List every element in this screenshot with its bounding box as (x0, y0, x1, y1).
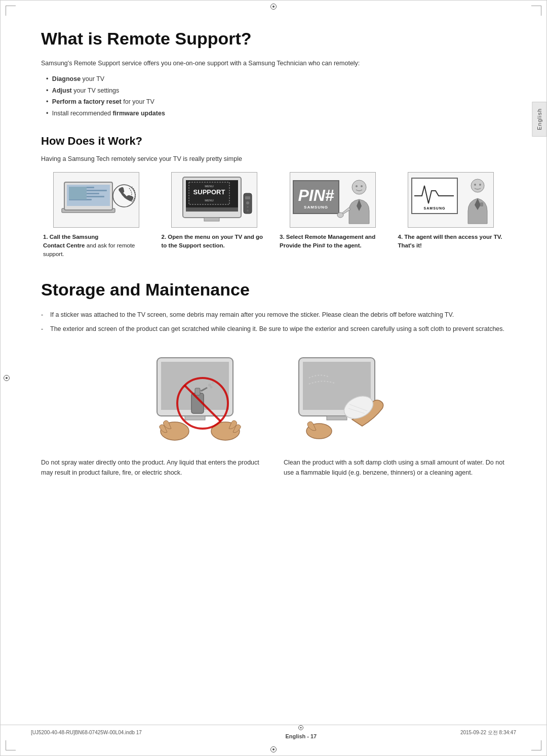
steps-row: 1. Call the Samsung Contact Centre and a… (41, 172, 506, 259)
no-spray-illustration (147, 348, 258, 446)
svg-point-45 (210, 386, 213, 388)
center-mark-top (270, 4, 277, 10)
step-4-image: SAMSUNG (408, 172, 494, 228)
corner-mark-bl (6, 740, 16, 750)
svg-point-20 (246, 201, 249, 204)
svg-text:SAMSUNG: SAMSUNG (423, 206, 445, 210)
step-3-image: PIN# SAMSUNG (290, 172, 376, 228)
bullet-firmware: Install recommended firmware updates (46, 109, 506, 118)
svg-point-26 (352, 180, 366, 194)
svg-rect-50 (327, 416, 347, 420)
svg-point-21 (247, 206, 249, 208)
svg-point-22 (247, 209, 249, 212)
corner-mark-br (531, 740, 541, 750)
maintenance-descs: Do not spray water directly onto the pro… (41, 457, 506, 478)
step-4-illustration: SAMSUNG (409, 173, 493, 226)
center-mark-left (4, 375, 10, 381)
step-3: PIN# SAMSUNG (278, 172, 388, 250)
svg-rect-13 (204, 218, 219, 221)
svg-point-32 (471, 179, 484, 192)
maintenance-image-2 (289, 346, 400, 447)
step-4: SAMSUNG 4. The agent will (396, 172, 506, 250)
svg-point-29 (337, 213, 343, 218)
maintenance-bullet-1: If a sticker was attached to the TV scre… (41, 310, 506, 320)
soft-cloth-illustration (289, 348, 400, 446)
maintenance-desc-right: Clean the product with a soft damp cloth… (284, 457, 506, 478)
language-tab: English (532, 102, 547, 137)
svg-point-27 (356, 185, 358, 187)
maintenance-images (41, 346, 506, 447)
page-footer: [UJ5200-40-48-RU]BN68-07425W-00L04.indb … (1, 725, 546, 741)
step-3-illustration: PIN# SAMSUNG (291, 173, 374, 226)
svg-rect-42 (195, 388, 200, 395)
maintenance-image-1 (147, 346, 258, 447)
step-2-image: MENU SUPPORT MENU (171, 172, 257, 228)
bullet-adjust: Adjust your TV settings (46, 86, 506, 96)
footer-center: English - 17 (286, 725, 317, 741)
maintenance-bullets: If a sticker was attached to the TV scre… (41, 310, 506, 334)
svg-point-33 (474, 184, 476, 186)
center-mark-bottom (270, 746, 277, 752)
footer-file-info: [UJ5200-40-48-RU]BN68-07425W-00L04.indb … (31, 729, 142, 736)
svg-rect-12 (186, 207, 238, 212)
svg-rect-19 (245, 196, 250, 199)
bullet-factory-reset: Perform a factory reset for your TV (46, 97, 506, 107)
step-4-desc: 4. The agent will then access your TV. T… (396, 233, 506, 250)
svg-point-28 (361, 185, 363, 187)
page-title: What is Remote Support? (41, 26, 506, 52)
bullet-diagnose: Diagnose your TV (46, 74, 506, 84)
step-1-illustration (54, 173, 138, 226)
step-2-illustration: MENU SUPPORT MENU (173, 173, 256, 226)
feature-bullets: Diagnose your TV Adjust your TV settings… (41, 74, 506, 118)
page-container: English What is Remote Support? Samsung'… (0, 0, 547, 756)
svg-text:MENU: MENU (205, 199, 214, 202)
maintenance-bullet-2: The exterior and screen of the product c… (41, 324, 506, 334)
svg-rect-35 (480, 202, 483, 206)
svg-rect-8 (69, 187, 87, 199)
step-2: MENU SUPPORT MENU 2. Open the menu on yo… (160, 172, 270, 250)
svg-text:SAMSUNG: SAMSUNG (304, 205, 328, 209)
svg-text:PIN#: PIN# (298, 186, 334, 204)
corner-mark-tr (531, 6, 541, 16)
subsection-intro: Having a Samsung Tech remotely service y… (41, 154, 506, 164)
step-1-image (53, 172, 139, 228)
footer-circle-mark (298, 725, 303, 730)
svg-rect-38 (185, 416, 205, 420)
footer-page-number: English - 17 (286, 732, 317, 741)
subsection-title: How Does it Work? (41, 133, 506, 149)
svg-text:SUPPORT: SUPPORT (193, 188, 225, 196)
svg-point-34 (479, 184, 481, 186)
step-3-desc: 3. Select Remote Management and Provide … (278, 233, 388, 250)
storage-title: Storage and Maintenance (41, 277, 506, 303)
step-1: 1. Call the Samsung Contact Centre and a… (41, 172, 151, 259)
maintenance-desc-left: Do not spray water directly onto the pro… (41, 457, 263, 478)
step-2-desc: 2. Open the menu on your TV and go to th… (160, 233, 270, 250)
svg-point-44 (212, 382, 214, 384)
step-1-desc: 1. Call the Samsung Contact Centre and a… (41, 233, 151, 259)
corner-mark-tl (6, 6, 16, 16)
footer-timestamp: 2015-09-22 오전 8:34:47 (460, 729, 516, 736)
svg-text:MENU: MENU (205, 185, 214, 188)
intro-text: Samsung's Remote Support service offers … (41, 59, 506, 68)
